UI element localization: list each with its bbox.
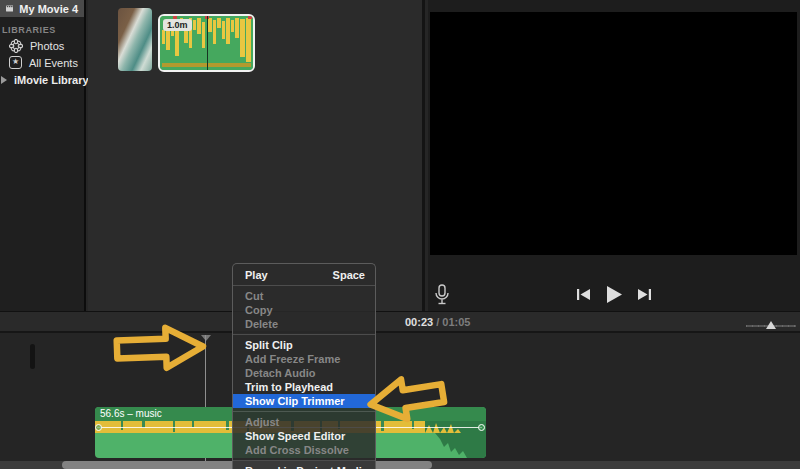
timeline-insert-marker (30, 344, 35, 369)
clapperboard-icon (6, 3, 13, 14)
menu-separator (233, 334, 375, 335)
video-preview[interactable] (430, 12, 797, 255)
photo-thumbnail[interactable] (118, 8, 152, 71)
audio-clip-thumbnail[interactable]: 1.0m (158, 14, 255, 72)
menu-item-label: Play (245, 268, 268, 282)
menu-item-shortcut: Space (333, 268, 365, 282)
menu-item-label: Cut (245, 289, 263, 303)
menu-item-add-cross-dissolve: Add Cross Dissolve (233, 443, 375, 457)
timeline-scrollbar-track[interactable] (0, 461, 800, 469)
menu-item-label: Add Freeze Frame (245, 352, 340, 366)
menu-separator (233, 460, 375, 461)
menu-item-add-freeze-frame: Add Freeze Frame (233, 352, 375, 366)
menu-item-label: Copy (245, 303, 273, 317)
context-menu: PlaySpaceCutCopyDeleteSplit ClipAdd Free… (232, 263, 376, 469)
menu-item-reveal-in-project-media[interactable]: Reveal in Project Media (233, 464, 375, 469)
photos-icon (9, 39, 23, 53)
sidebar-item-photos[interactable]: Photos (0, 37, 84, 54)
volume-handle-right[interactable] (478, 424, 485, 431)
skip-back-button[interactable] (577, 288, 590, 301)
menu-item-label: Show Clip Trimmer (245, 394, 345, 408)
menu-item-play[interactable]: PlaySpace (233, 268, 375, 282)
menu-item-label: Show Speed Editor (245, 429, 345, 443)
play-button[interactable] (606, 286, 622, 303)
menu-item-detach-audio: Detach Audio (233, 366, 375, 380)
timeline-zoom-slider[interactable] (746, 321, 796, 329)
menu-item-split-clip[interactable]: Split Clip (233, 338, 375, 352)
timecode-separator: / (436, 316, 439, 328)
sidebar-item-imovie-library[interactable]: iMovie Library (0, 71, 84, 88)
volume-handle-left[interactable] (95, 424, 102, 431)
skip-back-icon (577, 288, 590, 301)
annotation-arrow-right-icon (110, 322, 215, 377)
project-title: My Movie 4 (19, 3, 78, 15)
libraries-header: LIBRARIES (0, 17, 84, 37)
disclosure-triangle-icon[interactable] (1, 76, 7, 84)
skip-forward-icon (638, 288, 651, 301)
timecode-total: 01:05 (442, 316, 470, 328)
timecode: 00:23 / 01:05 (405, 316, 470, 328)
menu-item-label: Split Clip (245, 338, 293, 352)
menu-item-show-clip-trimmer[interactable]: Show Clip Trimmer (233, 394, 375, 408)
sidebar-item-my-movie[interactable]: My Movie 4 (0, 0, 84, 17)
clip-duration-badge: 1.0m (163, 19, 192, 31)
menu-item-label: Reveal in Project Media (245, 464, 368, 469)
play-icon (606, 286, 622, 303)
menu-item-copy: Copy (233, 303, 375, 317)
transport-controls (428, 286, 800, 303)
menu-item-delete: Delete (233, 317, 375, 331)
menu-item-label: Detach Audio (245, 366, 316, 380)
menu-separator (233, 411, 375, 412)
zoom-slider-thumb[interactable] (766, 321, 776, 329)
menu-item-label: Add Cross Dissolve (245, 443, 349, 457)
sidebar-item-label: iMovie Library (14, 74, 89, 86)
skip-forward-button[interactable] (638, 288, 651, 301)
thumbnail-playhead (207, 16, 208, 70)
sidebar: My Movie 4 LIBRARIES Photos ★ All Even (0, 0, 86, 311)
menu-item-cut: Cut (233, 289, 375, 303)
imovie-window: My Movie 4 LIBRARIES Photos ★ All Even (0, 0, 800, 469)
timecode-current: 00:23 (405, 316, 433, 328)
menu-item-trim-to-playhead[interactable]: Trim to Playhead (233, 380, 375, 394)
menu-separator (233, 285, 375, 286)
menu-item-label: Adjust (245, 415, 279, 429)
menu-item-show-speed-editor[interactable]: Show Speed Editor (233, 429, 375, 443)
sidebar-item-label: All Events (29, 57, 78, 69)
sidebar-item-label: Photos (30, 40, 64, 52)
viewer-panel (428, 0, 800, 311)
all-events-icon: ★ (9, 56, 22, 69)
menu-item-label: Delete (245, 317, 278, 331)
sidebar-item-all-events[interactable]: ★ All Events (0, 54, 84, 71)
menu-item-adjust: Adjust (233, 415, 375, 429)
annotation-arrow-left-icon (360, 372, 450, 424)
menu-item-label: Trim to Playhead (245, 380, 333, 394)
clip-label: 56.6s – music (100, 408, 162, 419)
